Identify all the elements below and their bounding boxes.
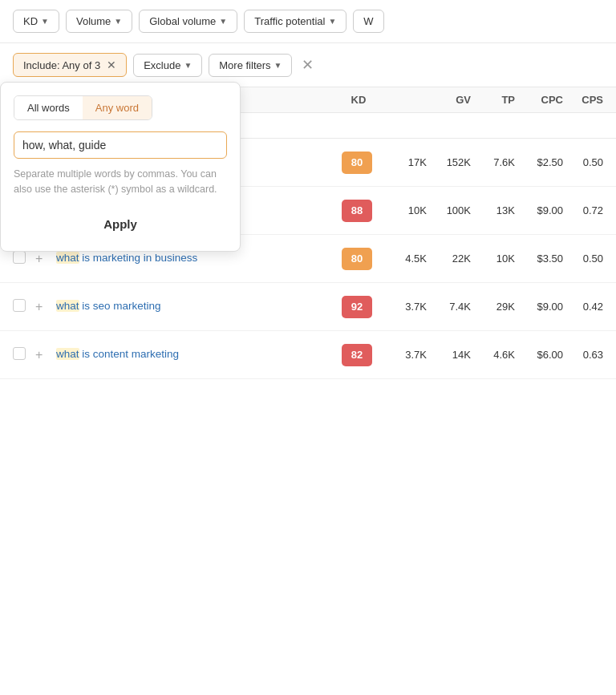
apply-filter-btn[interactable]: Apply (14, 210, 227, 238)
w-label: W (363, 15, 373, 27)
cps-cell: 0.50 (563, 253, 603, 265)
more-filters-btn[interactable]: More filters ▼ (209, 54, 292, 77)
traffic-potential-cell: 29K (471, 301, 515, 313)
add-keyword-btn-4[interactable]: + (35, 348, 50, 362)
cps-cell: 0.42 (563, 301, 603, 313)
include-close-icon[interactable]: ✕ (107, 59, 116, 71)
global-volume-chevron-icon: ▼ (219, 17, 227, 26)
more-filters-label: More filters (219, 59, 270, 71)
table-row: +what is seo marketing923.7K7.4K29K$9.00… (0, 283, 616, 331)
add-keyword-btn-2[interactable]: + (35, 252, 50, 266)
volume-cell: 3.7K (379, 301, 427, 313)
global-volume-cell: 22K (427, 253, 471, 265)
global-volume-filter-btn[interactable]: Global volume ▼ (139, 10, 237, 33)
any-word-toggle-btn[interactable]: Any word (83, 96, 152, 119)
exclude-chevron-icon: ▼ (184, 61, 192, 70)
global-volume-cell: 100K (427, 204, 471, 216)
include-filter-btn[interactable]: Include: Any of 3 ✕ (13, 53, 127, 77)
add-keyword-btn-3[interactable]: + (35, 300, 50, 314)
word-toggle-group: All words Any word (14, 95, 152, 120)
keyword-cell: what is content marketing (56, 347, 335, 362)
header-tp: TP (471, 94, 515, 106)
cps-cell: 0.50 (563, 156, 603, 168)
cps-cell: 0.72 (563, 204, 603, 216)
volume-cell: 10K (379, 204, 427, 216)
global-volume-cell: 7.4K (427, 301, 471, 313)
traffic-potential-label: Traffic potential (254, 15, 325, 27)
kd-badge: 80 (342, 248, 372, 270)
volume-cell: 17K (379, 156, 427, 168)
global-volume-cell: 14K (427, 349, 471, 361)
header-cpc: CPC (515, 94, 563, 106)
include-dropdown-popup: All words Any word Separate multiple wor… (0, 82, 241, 252)
cpc-cell: $9.00 (515, 301, 563, 313)
active-filter-bar: Include: Any of 3 ✕ Exclude ▼ More filte… (0, 43, 616, 87)
traffic-potential-cell: 7.6K (471, 156, 515, 168)
cpc-cell: $9.00 (515, 204, 563, 216)
kd-badge: 82 (342, 344, 372, 366)
row-checkbox-3[interactable] (13, 299, 26, 312)
kd-filter-btn[interactable]: KD ▼ (13, 10, 59, 33)
filter-bar: KD ▼ Volume ▼ Global volume ▼ Traffic po… (0, 0, 616, 43)
row-checkbox-4[interactable] (13, 347, 26, 360)
global-volume-label: Global volume (149, 15, 216, 27)
cpc-cell: $2.50 (515, 156, 563, 168)
header-cps: CPS (563, 94, 603, 106)
more-filters-chevron-icon: ▼ (274, 61, 282, 70)
kd-badge: 92 (342, 296, 372, 318)
row-checkbox-2[interactable] (13, 251, 26, 264)
include-label: Include: Any of 3 (23, 59, 100, 71)
traffic-potential-filter-btn[interactable]: Traffic potential ▼ (244, 10, 346, 33)
exclude-filter-btn[interactable]: Exclude ▼ (133, 54, 202, 77)
traffic-potential-cell: 4.6K (471, 349, 515, 361)
cpc-cell: $3.50 (515, 253, 563, 265)
volume-cell: 4.5K (379, 253, 427, 265)
table-row: +what is content marketing823.7K14K4.6K$… (0, 331, 616, 379)
all-words-toggle-btn[interactable]: All words (14, 96, 83, 119)
clear-all-icon[interactable]: ✕ (302, 56, 314, 74)
keyword-cell: what is marketing in business (56, 251, 335, 266)
volume-label: Volume (76, 15, 111, 27)
keyword-link[interactable]: what is content marketing (56, 348, 179, 360)
w-filter-btn[interactable]: W (353, 10, 383, 33)
cps-cell: 0.63 (563, 349, 603, 361)
cpc-cell: $6.00 (515, 349, 563, 361)
kd-badge: 80 (342, 152, 372, 174)
volume-chevron-icon: ▼ (114, 17, 122, 26)
kd-badge: 88 (342, 200, 372, 222)
kd-chevron-icon: ▼ (41, 17, 49, 26)
exclude-label: Exclude (144, 59, 180, 71)
header-gv: GV (427, 94, 471, 106)
traffic-potential-cell: 10K (471, 253, 515, 265)
keyword-filter-input[interactable] (14, 131, 227, 159)
traffic-potential-cell: 13K (471, 204, 515, 216)
keyword-cell: what is seo marketing (56, 299, 335, 314)
volume-cell: 3.7K (379, 349, 427, 361)
kd-label: KD (23, 15, 38, 27)
keyword-link[interactable]: what is marketing in business (56, 252, 197, 264)
traffic-potential-chevron-icon: ▼ (328, 17, 336, 26)
header-kd: KD (338, 94, 379, 106)
filter-hint-text: Separate multiple words by commas. You c… (14, 167, 227, 197)
keyword-link[interactable]: what is seo marketing (56, 300, 161, 312)
global-volume-cell: 152K (427, 156, 471, 168)
volume-filter-btn[interactable]: Volume ▼ (66, 10, 132, 33)
